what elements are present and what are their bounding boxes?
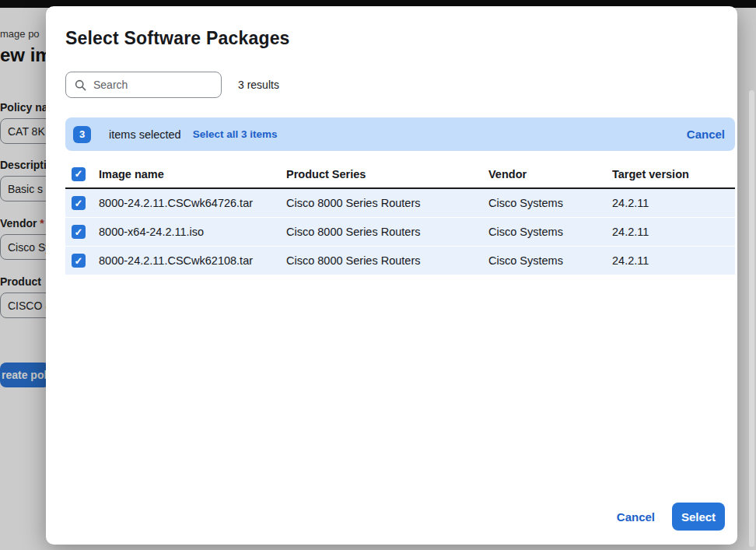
selection-cancel-link[interactable]: Cancel [687, 128, 725, 141]
cell-product-series: Cisco 8000 Series Routers [286, 197, 488, 209]
selected-count-badge: 3 [73, 126, 91, 143]
column-header-target-version: Target version [612, 168, 735, 180]
search-row: 3 results [65, 72, 726, 98]
cell-image-name: 8000-x64-24.2.11.iso [99, 226, 286, 238]
cell-target-version: 24.2.11 [612, 197, 735, 209]
cell-vendor: Cisco Systems [488, 226, 612, 238]
row-checkbox[interactable]: ✓ [72, 225, 86, 239]
cell-image-name: 8000-24.2.11.CSCwk62108.tar [99, 254, 286, 267]
table-row[interactable]: ✓ 8000-x64-24.2.11.iso Cisco 8000 Series… [65, 218, 735, 247]
cell-vendor: Cisco Systems [488, 254, 612, 267]
select-software-packages-dialog: Select Software Packages 3 results 3 ite… [46, 6, 737, 545]
cell-vendor: Cisco Systems [488, 197, 612, 209]
select-all-link[interactable]: Select all 3 items [193, 128, 278, 140]
cell-target-version: 24.2.11 [612, 226, 735, 238]
cell-target-version: 24.2.11 [612, 254, 735, 267]
search-input[interactable] [66, 72, 221, 97]
select-all-checkbox[interactable]: ✓ [72, 167, 86, 181]
column-header-image-name: Image name [99, 168, 286, 180]
select-button[interactable]: Select [672, 503, 725, 531]
column-header-product-series: Product Series [286, 168, 488, 180]
dialog-footer: Cancel Select [617, 503, 725, 531]
search-icon [75, 79, 86, 91]
cell-product-series: Cisco 8000 Series Routers [286, 254, 488, 267]
search-box[interactable] [65, 72, 222, 98]
cell-image-name: 8000-24.2.11.CSCwk64726.tar [99, 197, 286, 209]
table-row[interactable]: ✓ 8000-24.2.11.CSCwk62108.tar Cisco 8000… [65, 247, 735, 275]
selection-bar: 3 items selected Select all 3 items Canc… [65, 117, 735, 151]
items-selected-label: items selected [109, 128, 181, 141]
dialog-title: Select Software Packages [65, 28, 726, 49]
row-checkbox[interactable]: ✓ [72, 196, 86, 210]
results-count: 3 results [238, 79, 279, 91]
row-checkbox[interactable]: ✓ [72, 254, 86, 268]
cancel-button[interactable]: Cancel [617, 510, 655, 524]
vertical-scrollbar[interactable] [749, 90, 754, 547]
packages-table: ✓ Image name Product Series Vendor Targe… [65, 160, 735, 275]
column-header-vendor: Vendor [488, 168, 612, 180]
table-row[interactable]: ✓ 8000-24.2.11.CSCwk64726.tar Cisco 8000… [65, 189, 735, 218]
table-header-row: ✓ Image name Product Series Vendor Targe… [65, 160, 735, 189]
cell-product-series: Cisco 8000 Series Routers [286, 226, 488, 238]
